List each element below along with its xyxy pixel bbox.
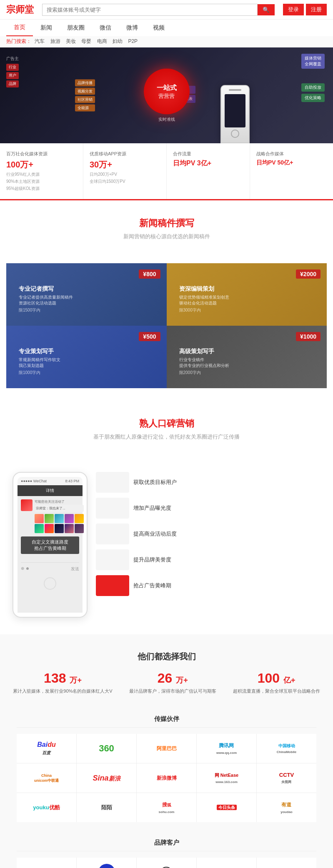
hero-right-labels: 媒体营销全网覆盖 自助投放 优化策略 bbox=[301, 54, 325, 102]
search-icon: 🔍 bbox=[263, 7, 270, 13]
partner-cctv[interactable]: CCTV 央视网 bbox=[257, 763, 316, 793]
hot-search-ecom[interactable]: 电商 bbox=[97, 38, 107, 44]
wechat-img-3 bbox=[55, 514, 64, 523]
hot-search-travel[interactable]: 旅游 bbox=[50, 38, 60, 44]
hero-caption: 实时准线 bbox=[144, 117, 190, 122]
news-card-reporter[interactable]: ¥800 专业记者撰写 专业记者提供高质量新闻稿件资源社区化活动选题 限1500… bbox=[6, 263, 167, 326]
choose-unit-3: 亿+ bbox=[283, 676, 295, 684]
stat-partner: 战略合作媒体 日均PV 50亿+ bbox=[250, 143, 333, 199]
login-button[interactable]: 登录 bbox=[283, 4, 304, 15]
client-telecom[interactable]: 中升电信 bbox=[257, 858, 316, 868]
partner-tencent[interactable]: 腾讯网 www.qq.com bbox=[197, 734, 256, 763]
planner-name: 专业策划写手 bbox=[19, 348, 154, 355]
partner-alibaba[interactable]: 阿里巴巴 bbox=[137, 734, 196, 763]
hot-search-baby[interactable]: 母婴 bbox=[81, 38, 91, 44]
client-unilever[interactable]: U Unilever bbox=[77, 858, 136, 868]
planner-price: ¥500 bbox=[139, 332, 160, 341]
nav-item-weibo[interactable]: 微博 bbox=[119, 20, 145, 36]
news-writing-section: 新闻稿件撰写 新闻营销的核心源自优选的新闻稿件 bbox=[0, 200, 333, 263]
clients-section: 品牌客户 SAMSUNG U Unilever ✦ Mercedes-Benz … bbox=[8, 831, 325, 868]
wechat-img-7 bbox=[45, 524, 54, 533]
news-card-planner[interactable]: ¥500 专业策划写手 常规新闻稿件写作软文我己策划选题 限1000字内 bbox=[6, 326, 167, 388]
stat-app-value: 30万+ bbox=[90, 159, 160, 170]
wom-subtitle: 基于朋友圈红人原像进行定位，依托好友关系圈进行广泛传播 bbox=[8, 433, 325, 441]
reporter-desc: 专业记者提供高质量新闻稿件资源社区化活动选题 bbox=[19, 294, 154, 306]
nav-item-news[interactable]: 新闻 bbox=[33, 20, 60, 36]
wechat-image-grid bbox=[35, 514, 84, 533]
nav-item-home[interactable]: 首页 bbox=[6, 20, 33, 36]
wechat-message-1: 可能您在关注活动了 宗师堂：我也来了... bbox=[21, 499, 79, 533]
partner-youdao-logo: 有道 youdao bbox=[280, 801, 292, 814]
hero-label-optimize: 优化策略 bbox=[301, 94, 325, 102]
stat-flow: 合作流量 日均PV 3亿+ bbox=[167, 143, 250, 199]
wechat-img-9 bbox=[65, 524, 74, 533]
partner-sogou[interactable]: 搜狐 sohu.com bbox=[137, 793, 196, 822]
benefit-text-5: 抢占广告黄峰期 bbox=[133, 582, 171, 589]
search-button[interactable]: 🔍 bbox=[258, 4, 275, 15]
flow-label2: 视频分发 bbox=[75, 88, 95, 95]
partner-sina[interactable]: Sina新浪 bbox=[77, 763, 136, 793]
benefit-box-5-red bbox=[96, 575, 129, 596]
hero-badge-main: 一站式 bbox=[157, 83, 177, 92]
partner-toutiao[interactable]: 今日头条 bbox=[197, 793, 256, 822]
nav-item-wechat[interactable]: 微信 bbox=[92, 20, 119, 36]
stat-flow-value: 日均PV 3亿+ bbox=[173, 159, 243, 168]
register-button[interactable]: 注册 bbox=[306, 4, 327, 15]
stat-social-sub1: 行业95%红人类源 bbox=[6, 172, 77, 177]
benefit-text-1: 获取优质目标用户 bbox=[133, 479, 177, 486]
partner-tencent-logo: 腾讯网 www.qq.com bbox=[216, 742, 237, 755]
hot-search-maternal[interactable]: 妇幼 bbox=[113, 38, 123, 44]
news-row-2: ¥500 专业策划写手 常规新闻稿件写作软文我己策划选题 限1000字内 ¥10… bbox=[6, 326, 327, 388]
choose-section: 他们都选择我们 138 万+ 累计入驻媒体，发展行业90%名的自媒体红人大V 2… bbox=[0, 634, 333, 868]
news-card-editor[interactable]: ¥2000 资深编辑策划 锁定优势领域精准策划创意驱动社会化活动选题 限3000… bbox=[167, 263, 327, 326]
senior-name: 高级策划写手 bbox=[179, 348, 315, 355]
partner-sina-logo: Sina新浪 bbox=[93, 774, 120, 783]
hero-advertiser: 广告主 bbox=[6, 56, 19, 62]
partner-youku[interactable]: youku优酷 bbox=[17, 793, 76, 822]
nav-item-video[interactable]: 视频 bbox=[145, 20, 172, 36]
partners-grid: Baidu 百度 360 阿里巴巴 腾讯网 www.qq.com bbox=[17, 734, 316, 822]
hot-search-p2p[interactable]: P2P bbox=[128, 38, 138, 44]
reporter-limit: 限1500字内 bbox=[19, 307, 154, 313]
stat-flow-title: 合作流量 bbox=[173, 151, 243, 157]
news-card-senior[interactable]: ¥1000 高级策划写手 行业专业稿件提供专业的行业视点和分析 限2000字内 bbox=[167, 326, 327, 388]
phone-speaker bbox=[229, 89, 241, 91]
partner-cctv-logo: CCTV 央视网 bbox=[279, 772, 294, 784]
choose-stats: 138 万+ 累计入驻媒体，发展行业90%名的自媒体红人大V 26 万+ 最计品… bbox=[8, 671, 325, 694]
wechat-home-button[interactable] bbox=[44, 577, 56, 590]
partner-360[interactable]: 360 bbox=[77, 734, 136, 763]
phone-carrier: ●●●●● WeChat bbox=[21, 479, 47, 483]
client-samsung[interactable]: SAMSUNG bbox=[17, 858, 76, 868]
partner-alibaba-logo: 阿里巴巴 bbox=[157, 745, 177, 752]
client-pingan[interactable]: 中国平安PING AN bbox=[197, 858, 256, 868]
flow-label3: 社区营销 bbox=[75, 96, 95, 103]
editor-limit: 限3000字内 bbox=[179, 307, 315, 313]
partner-unicom[interactable]: China unicom中联通 bbox=[17, 763, 76, 793]
partner-youdao[interactable]: 有道 youdao bbox=[257, 793, 316, 822]
hot-search-beauty[interactable]: 美妆 bbox=[66, 38, 76, 44]
nav-item-friends[interactable]: 朋友圈 bbox=[60, 20, 92, 36]
search-input[interactable] bbox=[42, 4, 258, 16]
partners-section: 传媒伙伴 Baidu 百度 360 阿里巴巴 腾讯网 bbox=[8, 707, 325, 831]
choose-num-1: 138 万+ bbox=[13, 671, 112, 686]
hero-tag1: 行业 bbox=[6, 64, 19, 71]
choose-val-3: 100 bbox=[258, 671, 280, 686]
partner-netease[interactable]: 网 NetEase www.163.com bbox=[197, 763, 256, 793]
planner-content: 专业策划写手 常规新闻稿件写作软文我己策划选题 限1000字内 bbox=[13, 342, 160, 382]
wechat-img-4 bbox=[65, 514, 74, 523]
clients-title: 品牌客户 bbox=[17, 839, 316, 851]
choose-unit-1: 万+ bbox=[70, 676, 82, 684]
stat-social: 百万社会化媒体资源 100万+ 行业95%红人类源 90%本土地区资源 95%超… bbox=[0, 143, 83, 199]
partner-baidu[interactable]: Baidu 百度 bbox=[17, 734, 76, 763]
partner-momo[interactable]: 陌陌 bbox=[77, 793, 136, 822]
benefit-box-4 bbox=[96, 549, 129, 570]
senior-desc: 行业专业稿件提供专业的行业视点和分析 bbox=[179, 357, 315, 369]
partner-weibo[interactable]: 新浪微博 bbox=[137, 763, 196, 793]
wechat-img-8 bbox=[55, 524, 64, 533]
client-mercedes[interactable]: ✦ Mercedes-Benz bbox=[137, 858, 196, 868]
partner-cmobile[interactable]: 中国移动 ChinaMobile bbox=[257, 734, 316, 763]
hot-search-car[interactable]: 汽车 bbox=[35, 38, 45, 44]
mercedes-star: ✦ bbox=[160, 867, 173, 868]
senior-price: ¥1000 bbox=[296, 332, 320, 341]
hero-badge: 一站式 营营营 bbox=[144, 69, 190, 115]
